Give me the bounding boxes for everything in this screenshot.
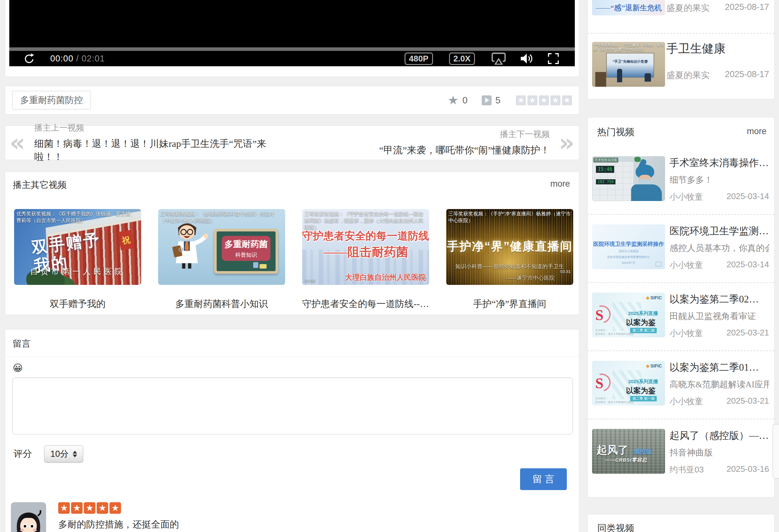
next-video-label: 播主下一视频 bbox=[301, 129, 550, 140]
rating-row: 评分 10分 bbox=[13, 445, 83, 463]
person-graphic bbox=[645, 73, 651, 81]
nurse-body-graphic bbox=[631, 184, 662, 201]
rating-star-icon[interactable]: ★ bbox=[539, 96, 549, 105]
organizer-line: 主办单位： bbox=[595, 397, 634, 401]
rating-star-icon[interactable]: ★ bbox=[528, 96, 537, 105]
time-divider: / bbox=[74, 54, 82, 63]
fullscreen-icon[interactable] bbox=[548, 53, 559, 64]
dashed-divider bbox=[588, 33, 774, 34]
banner-graphic: 祝 bbox=[118, 230, 134, 250]
sidebar-video-meta: 盛夏的果实 2025-08-17 bbox=[666, 69, 769, 81]
comment-input[interactable] bbox=[12, 377, 573, 434]
organizer-line: 承办单位：复旦大学附属中山医院 bbox=[595, 332, 634, 336]
chevron-right-icon[interactable]: » bbox=[559, 133, 575, 153]
scrollbar-thumb[interactable] bbox=[773, 424, 779, 479]
star-icon: ★ bbox=[58, 502, 70, 514]
other-video-thumbnail[interactable]: 手护净“界”健康直播间 知识小科普——那些你知道和不知道的手卫生 ——遂宁市中心… bbox=[446, 209, 573, 285]
hot-video-thumbnail[interactable]: S SIFIC 2025系列直播 以案为鉴 第二季 第一期 主办单位： 承办单位… bbox=[592, 361, 665, 406]
other-video-thumbnail[interactable]: 多重耐药菌 科普知识 三等奖获奖视频：《多重耐药菌科普小知识》何志才（中山市小榄… bbox=[158, 209, 285, 285]
prev-video-title[interactable]: 细菌！病毒！退！退！退！川妹rap手卫生洗手“咒语”来啦！！ bbox=[34, 137, 283, 164]
submit-comment-button[interactable]: 留 言 bbox=[520, 468, 567, 490]
thumbnail-overlay-text: 优秀奖获奖视频：《双手赠予我的》张钰涵、姜文婧、曹莉等（自贡市第一人民医院） bbox=[16, 211, 139, 224]
hot-video-item[interactable]: S SIFIC 2025系列直播 以案为鉴 第二季 第二期 主办单位： 承办单位… bbox=[592, 293, 769, 344]
cast-icon[interactable] bbox=[492, 53, 506, 65]
speed-button[interactable]: 2.0X bbox=[449, 53, 475, 65]
cartoon-doctor-graphic bbox=[169, 219, 211, 271]
replay-icon[interactable] bbox=[23, 53, 35, 64]
star-icon: ★ bbox=[110, 502, 121, 514]
next-video-title[interactable]: “甲流”来袭，哪吒带你“闹”懂健康防护！ bbox=[301, 144, 550, 157]
other-video-item[interactable]: 守护患者安全的每一道防线 ——阻击耐药菌 大理白族自治州人民医院 00:02 0… bbox=[302, 209, 429, 310]
hot-video-title[interactable]: 医院环境卫生学监测… bbox=[669, 224, 769, 238]
thumbnail-time-right: 03:31 bbox=[560, 269, 571, 274]
rating-label: 评分 bbox=[13, 448, 32, 460]
thumbnail-main-text: 起风了 bbox=[597, 443, 628, 458]
glove-graphic bbox=[634, 157, 641, 162]
favorite-star-icon[interactable]: ★ bbox=[448, 94, 459, 106]
comment-star-rating: ★ ★ ★ ★ ★ bbox=[58, 502, 179, 514]
comment-text: 多耐的防控措施，还挺全面的 bbox=[58, 518, 179, 531]
rating-select-value: 10分 bbox=[50, 448, 68, 460]
prev-video[interactable]: 播主上一视频 细菌！病毒！退！退！退！川妹rap手卫生洗手“咒语”来啦！！ bbox=[25, 122, 292, 164]
video-viewport[interactable]: 00:00 / 02:01 480P 2.0X bbox=[9, 0, 575, 66]
rating-select[interactable]: 10分 bbox=[44, 445, 83, 463]
sidebar-video-title[interactable]: 手卫生健康 bbox=[666, 41, 769, 57]
comments-title: 留言 bbox=[13, 338, 31, 350]
video-time: 00:00 / 02:01 bbox=[50, 54, 105, 64]
quality-button[interactable]: 480P bbox=[405, 53, 433, 65]
next-video[interactable]: 播主下一视频 “甲流”来袭，哪吒带你“闹”懂健康防护！ bbox=[292, 129, 559, 157]
video-date: 2025-03-14 bbox=[726, 259, 769, 271]
thumbnail-overlay-text: 三等奖获奖视频：《手护“净”界直播间》杨雅婷（遂宁市中心医院） bbox=[448, 211, 571, 224]
section-title-other-videos: 播主其它视频 bbox=[13, 179, 67, 191]
other-video-item[interactable]: 手护净“界”健康直播间 知识小科普——那些你知道和不知道的手卫生 ——遂宁市中心… bbox=[446, 209, 573, 310]
hot-video-meta: 小小牧童 2025-03-21 bbox=[669, 328, 769, 339]
rating-star-icon[interactable]: ★ bbox=[562, 96, 572, 105]
emoji-picker-icon[interactable]: 😀 bbox=[13, 363, 23, 373]
other-video-caption[interactable]: 守护患者安全的每一道防线--… bbox=[302, 298, 429, 310]
hot-video-item[interactable]: 15:46 193 759 手术室终末消毒 手术室终末消毒操作… 细节多多！ 小… bbox=[592, 156, 769, 208]
thumbnail-sub-text: ——CRBSI零容忍 bbox=[605, 457, 647, 463]
hot-video-item[interactable]: 起风了 感控版 ——CRBSI零容忍 起风了（感控版）—… 抖音神曲版 约书亚0… bbox=[592, 429, 769, 480]
organizer-line: 主办单位： bbox=[595, 329, 634, 332]
organizer-text: 主办单位： 承办单位：复旦大学附属中山医院 bbox=[595, 397, 634, 404]
other-video-caption[interactable]: 手护“净”界直播间 bbox=[446, 298, 573, 310]
comments-card: 留言 😀 评分 10分 留 言 ★ bbox=[5, 329, 579, 532]
hot-video-thumbnail[interactable]: S SIFIC 2025系列直播 以案为鉴 第二季 第二期 主办单位： 承办单位… bbox=[592, 293, 665, 337]
dashed-divider bbox=[588, 351, 774, 351]
sific-brand: SIFIC bbox=[646, 363, 662, 368]
video-tag[interactable]: 多重耐药菌防控 bbox=[12, 91, 91, 110]
other-video-thumbnail[interactable]: 守护患者安全的每一道防线 ——阻击耐药菌 大理白族自治州人民医院 00:02 0… bbox=[302, 209, 429, 285]
series-title: 以案为鉴 bbox=[626, 317, 655, 328]
other-videos-row: 祝 双手赠予我的 自贡市第一人民医院 优秀奖获奖视频：《双手赠予我的》张钰涵、姜… bbox=[14, 209, 573, 310]
sidebar-video-thumbnail[interactable]: ——“感”退新生危机 bbox=[592, 0, 665, 15]
hot-video-title[interactable]: 以案为鉴第二季02… bbox=[669, 293, 769, 306]
avatar bbox=[11, 502, 46, 532]
video-date: 2025-03-21 bbox=[726, 396, 769, 407]
hot-video-thumbnail[interactable]: 起风了 感控版 ——CRBSI零容忍 bbox=[592, 429, 665, 474]
hot-video-title[interactable]: 手术室终末消毒操作… bbox=[669, 156, 769, 170]
series-title: 以案为鉴 bbox=[626, 386, 655, 396]
hot-video-item[interactable]: 医院环境卫生学监测采样操作 启东市人民医院 启东市医院感染管理质量控制中心 20… bbox=[592, 224, 769, 276]
hot-video-thumbnail[interactable]: 15:46 193 759 手术室终末消毒 bbox=[592, 156, 665, 201]
video-author: 小小牧童 bbox=[669, 328, 703, 339]
volume-icon[interactable] bbox=[521, 53, 534, 64]
hot-video-title[interactable]: 起风了（感控版）—… bbox=[669, 429, 769, 442]
hot-videos-more-link[interactable]: more bbox=[747, 126, 767, 136]
other-video-thumbnail[interactable]: 祝 双手赠予我的 自贡市第一人民医院 优秀奖获奖视频：《双手赠予我的》张钰涵、姜… bbox=[14, 209, 141, 285]
hot-video-title[interactable]: 以案为鉴第二季01… bbox=[669, 361, 769, 374]
screen-text: “手卫”先锋知识小竞赛 bbox=[607, 59, 654, 64]
sidebar-video-thumbnail[interactable]: “手卫”先锋知识小竞赛 一等奖获奖视频：《手卫健康》罗佳欣、蒋羽婷、汤小萍等（遂… bbox=[592, 42, 665, 87]
hot-video-thumbnail[interactable]: 医院环境卫生学监测采样操作 启东市人民医院 启东市医院感染管理质量控制中心 20… bbox=[592, 224, 665, 269]
other-video-caption[interactable]: 双手赠予我的 bbox=[14, 298, 141, 310]
rating-star-icon[interactable]: ★ bbox=[550, 96, 560, 105]
other-video-item[interactable]: 多重耐药菌 科普知识 三等奖获奖视频：《多重耐药菌科普小知识》何志才（中山市小榄… bbox=[158, 209, 285, 310]
other-video-item[interactable]: 祝 双手赠予我的 自贡市第一人民医院 优秀奖获奖视频：《双手赠予我的》张钰涵、姜… bbox=[14, 209, 141, 310]
hot-video-meta: 小小牧童 2025-03-14 bbox=[669, 259, 769, 271]
video-progress-bar[interactable] bbox=[9, 47, 575, 51]
other-video-caption[interactable]: 多重耐药菌科普小知识 bbox=[158, 298, 285, 310]
hot-video-item[interactable]: S SIFIC 2025系列直播 以案为鉴 第二季 第一期 主办单位： 承办单位… bbox=[592, 361, 769, 412]
rating-star-icon[interactable]: ★ bbox=[516, 96, 526, 105]
chevron-left-icon[interactable]: « bbox=[10, 133, 25, 153]
other-videos-more-link[interactable]: more bbox=[550, 179, 570, 189]
star-icon: ★ bbox=[84, 502, 96, 514]
